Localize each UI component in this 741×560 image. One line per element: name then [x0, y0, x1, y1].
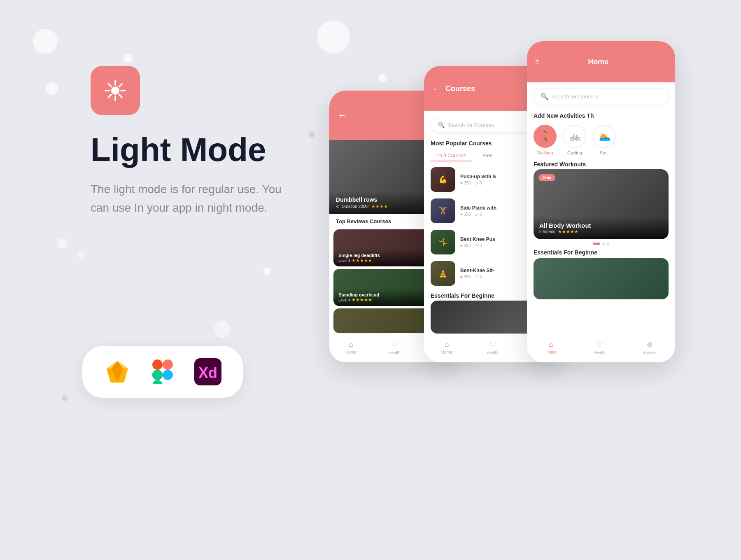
- p2-course1-time: ⏱3: [474, 181, 482, 185]
- p2-course-img-4: 🧘: [431, 261, 455, 286]
- p1-stars: ★★★★: [371, 204, 388, 209]
- p3-essentials-inner: [534, 258, 669, 299]
- p3-nav-browse[interactable]: ⊕ Browse: [643, 340, 656, 355]
- p2-tab-paid[interactable]: Paid Courses: [431, 151, 472, 161]
- p1-health-icon: ♡: [391, 340, 398, 349]
- p2-course1-likes: ♥350: [460, 181, 471, 185]
- clock-icon-3: ⏱: [474, 243, 478, 248]
- p1-card2-stars: ★★★★★: [352, 297, 372, 302]
- p3-activity-walking[interactable]: 🚶 Walking: [534, 125, 557, 155]
- p3-featured-overlay: All Body Workout 5 Videos ★★★★★: [534, 217, 669, 239]
- p2-search-placeholder: Search for Courses: [448, 122, 494, 128]
- p3-activity-cycling[interactable]: 🚲 Cycling: [563, 125, 586, 155]
- p3-featured-meta: 5 Videos ★★★★★: [539, 229, 663, 234]
- p2-course-img-3: 🤸: [431, 230, 455, 254]
- p3-nav-home[interactable]: ⌂ Home: [545, 340, 557, 355]
- p1-nav-home-label: Home: [345, 350, 357, 355]
- p2-tab-free[interactable]: Free: [477, 151, 499, 161]
- p2-course2-likes: ♥350: [460, 212, 471, 217]
- svg-line-8: [109, 95, 112, 98]
- p2-course4-time: ⏱3: [474, 275, 482, 279]
- p3-dot-2: [602, 243, 605, 245]
- p3-nav-home-label: Home: [545, 350, 557, 355]
- left-panel: Light Mode The light mode is for regular…: [91, 66, 338, 217]
- p3-nav-health-label: Health: [594, 350, 606, 355]
- p3-dot-3: [607, 243, 609, 245]
- p3-cycling-label: Cycling: [567, 150, 582, 155]
- clock-icon-1: ⏱: [474, 181, 478, 185]
- p2-course2-time: ⏱3: [474, 212, 482, 217]
- sketch-icon: [103, 357, 132, 386]
- p1-clock-icon: ⏱: [336, 204, 340, 209]
- p2-course4-likes: ♥350: [460, 275, 471, 279]
- p3-featured-card[interactable]: Free All Body Workout 5 Videos ★★★★★: [534, 169, 669, 239]
- heart-icon-1: ♥: [460, 181, 463, 185]
- p3-activities-row: 🚶 Walking 🚲 Cycling 🏊 Sw...: [527, 121, 675, 159]
- p3-free-badge: Free: [538, 174, 555, 181]
- p2-nav-home-label: Home: [441, 350, 452, 355]
- p3-browse-icon: ⊕: [647, 340, 653, 349]
- p2-home-icon: ⌂: [445, 340, 449, 349]
- svg-line-5: [109, 84, 112, 87]
- p3-walking-icon: 🚶: [534, 125, 557, 148]
- app-icon: [91, 66, 140, 115]
- clock-icon-2: ⏱: [474, 212, 478, 217]
- p3-search-icon: 🔍: [541, 93, 549, 100]
- p3-header-title: Home: [588, 58, 608, 66]
- phone-3: ≡ Home 🔍 Search for Courses Add New Acti…: [527, 41, 675, 362]
- p1-back-icon[interactable]: ←: [338, 110, 347, 121]
- p2-nav-health[interactable]: ♡ Health: [487, 340, 499, 355]
- p3-nav-health[interactable]: ♡ Health: [594, 340, 606, 355]
- p3-menu-icon[interactable]: ≡: [535, 58, 540, 66]
- svg-rect-20: [152, 380, 163, 384]
- p1-nav-health-label: Health: [389, 350, 401, 355]
- phones-container: ← Dumbbell rows ⏱ Duration 20Min ★★★★ To…: [329, 0, 741, 560]
- p1-nav-home[interactable]: ⌂ Home: [345, 340, 357, 355]
- p1-nav-health[interactable]: ♡ Health: [389, 340, 401, 355]
- p1-home-icon: ⌂: [349, 340, 353, 349]
- p3-featured-stars: ★★★★★: [558, 229, 578, 234]
- tools-row: Xd: [82, 346, 243, 398]
- p3-dots: [527, 239, 675, 248]
- p3-search-bar[interactable]: 🔍 Search for Courses: [534, 88, 669, 105]
- p3-activity-swimming[interactable]: 🏊 Sw...: [593, 125, 616, 155]
- svg-text:Xd: Xd: [198, 364, 217, 381]
- main-description: The light mode is for regular use. You c…: [91, 180, 296, 217]
- svg-rect-16: [152, 359, 163, 370]
- heart-icon-4: ♥: [460, 275, 463, 279]
- p3-walking-label: Walking: [537, 150, 553, 155]
- p2-course-img-1: 💪: [431, 167, 455, 192]
- svg-line-6: [119, 95, 122, 98]
- main-title: Light Mode: [91, 132, 338, 168]
- p2-back-icon[interactable]: ←: [432, 84, 440, 93]
- sun-icon: [104, 79, 127, 102]
- svg-rect-17: [163, 359, 173, 370]
- p3-videos-count: 5 Videos: [539, 229, 555, 234]
- svg-point-0: [111, 86, 119, 95]
- p3-cycling-icon: 🚲: [563, 125, 586, 148]
- p3-add-title: Add New Activities Th: [527, 111, 675, 121]
- p1-card1-stars: ★★★★★: [352, 258, 372, 263]
- p3-dot-1: [593, 243, 600, 245]
- p3-search-placeholder: Search for Courses: [552, 93, 598, 100]
- p3-swimming-label: Sw...: [599, 150, 609, 155]
- p3-header: ≡ Home: [527, 41, 675, 82]
- p2-nav-home[interactable]: ⌂ Home: [441, 340, 452, 355]
- svg-rect-19: [152, 370, 163, 380]
- p2-search-icon: 🔍: [438, 121, 445, 128]
- svg-point-21: [163, 370, 173, 380]
- heart-icon-2: ♥: [460, 212, 463, 217]
- figma-icon: [148, 357, 177, 386]
- heart-icon-3: ♥: [460, 243, 463, 248]
- svg-line-7: [119, 84, 122, 87]
- p3-featured-title: Featured Workouts: [527, 159, 675, 169]
- p3-essentials-card[interactable]: [534, 258, 669, 299]
- p3-bottom-nav: ⌂ Home ♡ Health ⊕ Browse: [527, 334, 675, 362]
- clock-icon-4: ⏱: [474, 275, 478, 279]
- p3-essentials-title: Essentials For Beginne: [527, 248, 675, 258]
- p1-duration: Duration 20Min: [342, 204, 370, 209]
- p2-course-img-2: 🏋️: [431, 198, 455, 223]
- xd-icon: Xd: [193, 357, 222, 386]
- p3-swimming-icon: 🏊: [593, 125, 616, 148]
- p3-health-icon: ♡: [597, 340, 603, 349]
